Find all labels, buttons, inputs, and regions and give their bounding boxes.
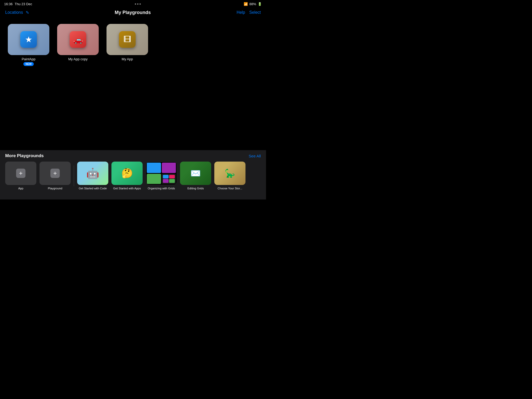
editing-icon: ✉️ xyxy=(190,168,201,178)
dot-2 xyxy=(137,3,138,5)
grid-cell-blue xyxy=(147,163,161,173)
star-icon: ★ xyxy=(25,35,32,44)
grid-cell-purple xyxy=(162,163,176,173)
playground-editing[interactable]: ✉️ Editing Grids xyxy=(180,162,211,190)
battery-percent: 88% xyxy=(249,2,256,6)
choose-label: Choose Your Stor... xyxy=(218,187,242,190)
app-thumbnail-myapp-copy: 🚗 xyxy=(57,24,99,55)
page-title: My Playgrounds xyxy=(115,10,151,15)
select-button[interactable]: Select xyxy=(249,10,261,15)
create-playground-item[interactable]: + Playground xyxy=(39,162,71,190)
time: 16:36 xyxy=(4,2,13,6)
myapp-label: My App xyxy=(122,57,133,61)
section-divider xyxy=(74,165,74,186)
create-app-thumb: + xyxy=(5,162,36,185)
app-item-paintapp[interactable]: ★ PaintApp NEW xyxy=(8,24,49,66)
more-grid: + App + Playground 🤖 Get Started with Co… xyxy=(5,162,261,190)
apps-label: Get Started with Apps xyxy=(113,187,141,190)
car-app-icon: 🚗 xyxy=(70,31,86,48)
grids-label: Organizing with Grids xyxy=(148,187,175,190)
paintapp-icon: ★ xyxy=(20,31,37,48)
nav-left: Locations ✎ xyxy=(5,10,29,15)
myapp-copy-label: My App copy xyxy=(68,57,88,61)
dot-1 xyxy=(135,3,136,5)
status-right: 📶 88% 🔋 xyxy=(244,2,262,6)
status-left: 16:36 Thu 23 Dec xyxy=(4,2,32,6)
grid-pattern xyxy=(146,162,177,185)
choose-thumb: 🦕 xyxy=(214,162,245,185)
code-character-icon: 🤖 xyxy=(86,167,99,179)
grids-thumb xyxy=(146,162,177,185)
help-button[interactable]: Help xyxy=(237,10,245,15)
film-app-icon: 🎞 xyxy=(119,31,136,48)
nav-right: Help Select xyxy=(237,10,261,15)
app-thumbnail-paintapp: ★ xyxy=(8,24,49,55)
app-item-myapp[interactable]: 🎞 My App xyxy=(107,24,148,66)
grid-cell-green xyxy=(147,174,161,184)
create-playground-thumb: + xyxy=(39,162,71,185)
grid-cell-dark xyxy=(162,174,176,184)
app-item-myapp-copy[interactable]: 🚗 My App copy xyxy=(57,24,99,66)
new-badge: NEW xyxy=(23,62,34,66)
main-content: ★ PaintApp NEW 🚗 My App copy 🎞 My App xyxy=(0,19,266,150)
dot-3 xyxy=(139,3,141,5)
apps-character-icon: 🤔 xyxy=(121,168,133,179)
car-icon: 🚗 xyxy=(73,35,83,44)
playground-apps[interactable]: 🤔 Get Started with Apps xyxy=(111,162,143,190)
new-document-icon[interactable]: ✎ xyxy=(26,10,29,15)
app-thumbnail-myapp: 🎞 xyxy=(107,24,148,55)
playground-code[interactable]: 🤖 Get Started with Code xyxy=(77,162,108,190)
more-header: More Playgrounds See All xyxy=(5,153,261,158)
choose-icon: 🦕 xyxy=(225,168,235,178)
apps-grid: ★ PaintApp NEW 🚗 My App copy 🎞 My App xyxy=(8,24,258,66)
more-title: More Playgrounds xyxy=(5,153,44,158)
nav-dots-center xyxy=(135,3,141,5)
paintapp-label: PaintApp xyxy=(22,57,36,61)
date: Thu 23 Dec xyxy=(15,2,32,6)
code-label: Get Started with Code xyxy=(79,187,107,190)
more-playgrounds-section: More Playgrounds See All + App + Playgro… xyxy=(0,150,266,200)
playground-choose[interactable]: 🦕 Choose Your Stor... xyxy=(214,162,245,190)
create-app-label: App xyxy=(18,187,23,190)
wifi-icon: 📶 xyxy=(244,2,248,6)
see-all-button[interactable]: See All xyxy=(249,154,261,158)
battery-icon: 🔋 xyxy=(258,2,262,6)
plus-icon-2: + xyxy=(50,169,60,178)
apps-thumb: 🤔 xyxy=(111,162,143,185)
film-icon: 🎞 xyxy=(123,35,131,44)
editing-thumb: ✉️ xyxy=(180,162,211,185)
status-bar: 16:36 Thu 23 Dec 📶 88% 🔋 xyxy=(0,0,266,7)
create-app-item[interactable]: + App xyxy=(5,162,36,190)
create-playground-label: Playground xyxy=(48,187,62,190)
playground-grids[interactable]: Organizing with Grids xyxy=(146,162,177,190)
editing-label: Editing Grids xyxy=(188,187,204,190)
locations-button[interactable]: Locations xyxy=(5,10,23,15)
code-thumb: 🤖 xyxy=(77,162,108,185)
plus-icon: + xyxy=(16,169,25,178)
nav-bar: Locations ✎ My Playgrounds Help Select xyxy=(0,7,266,19)
